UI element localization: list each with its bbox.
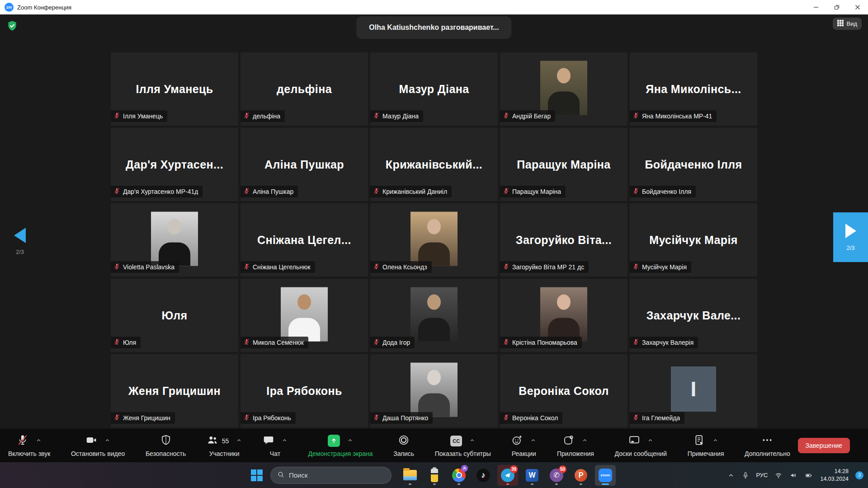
taskbar-search[interactable]: Поиск xyxy=(270,467,392,484)
participant-tile[interactable]: Violetta Paslavska xyxy=(111,203,238,277)
chevron-up-icon[interactable] xyxy=(104,437,110,445)
window-title: Zoom Конференция xyxy=(17,4,71,11)
running-indicator xyxy=(458,483,460,485)
participant-tile[interactable]: Женя ГрицишинЖеня Грицишин xyxy=(111,354,238,427)
view-button[interactable]: Вид xyxy=(833,18,862,30)
toolbar-item-notes[interactable]: Примечания xyxy=(688,434,724,457)
participant-tile[interactable]: Сніжана Цегел...Сніжана Цегельнюк xyxy=(241,203,368,277)
participant-tile[interactable]: Загоруйко Віта...Загоруйко Віта МР 21 дс xyxy=(500,203,627,277)
muted-mic-icon xyxy=(632,188,639,196)
toolbar-iconrow: CC xyxy=(450,434,475,448)
participant-tile[interactable]: Захарчук Вале...Захарчук Валерія xyxy=(630,279,757,352)
notification-count-badge[interactable]: 3 xyxy=(855,471,863,479)
toolbar-item-reactions[interactable]: Реакции xyxy=(511,434,536,457)
participant-video-photo xyxy=(281,287,328,342)
toolbar-item-chat[interactable]: Чат xyxy=(263,434,288,457)
chevron-up-icon[interactable] xyxy=(282,437,288,445)
participant-tile[interactable]: Паращук МарінаПаращук Маріна xyxy=(500,128,627,201)
taskbar-app-viber[interactable]: ✆50 xyxy=(546,465,567,486)
participant-tile[interactable]: Олена Ксьондз xyxy=(370,203,498,277)
taskbar-app-battery-widget[interactable] xyxy=(424,465,445,486)
chevron-up-icon[interactable] xyxy=(36,437,42,445)
participant-tile[interactable]: Крижанівський...Крижанівський Даниіл xyxy=(370,128,498,201)
tray-battery-icon[interactable] xyxy=(804,472,813,479)
end-meeting-button[interactable]: Завершение xyxy=(798,438,850,453)
chevron-up-icon[interactable] xyxy=(647,437,653,445)
participant-tile[interactable]: Аліна ПушкарАліна Пушкар xyxy=(241,128,368,201)
participant-tile[interactable]: Іра РябоконьІра Рябоконь xyxy=(241,354,368,427)
participant-tile[interactable]: Микола Семенюк xyxy=(241,279,368,352)
toolbar-item-camera[interactable]: Остановить видео xyxy=(71,434,125,457)
participant-name-label: Мусійчук Марія xyxy=(642,263,687,271)
toolbar-items: Включить звукОстановить видеоБезопасност… xyxy=(8,434,790,457)
security-shield-icon[interactable] xyxy=(6,20,18,33)
toolbar-item-shield[interactable]: Безопасность xyxy=(146,434,186,457)
participant-video-photo xyxy=(410,363,458,417)
next-page-button[interactable]: 2/3 xyxy=(833,212,868,262)
participant-name-chip: Даша Портянко xyxy=(370,412,433,424)
participant-name-chip: Іга Глемейда xyxy=(630,412,684,424)
toolbar-item-cc[interactable]: CCПоказать субтитры xyxy=(435,434,491,457)
minimize-button[interactable] xyxy=(806,0,826,14)
participant-tile[interactable]: дельфінадельфіна xyxy=(241,52,368,126)
participant-tile[interactable]: Даша Портянко xyxy=(370,354,498,427)
running-indicator xyxy=(580,483,582,485)
person-head-silhouette xyxy=(557,295,571,310)
close-button[interactable] xyxy=(847,0,868,14)
participant-tile[interactable]: Мусійчук МаріяМусійчук Марія xyxy=(630,203,757,277)
toolbar-item-share[interactable]: Демонстрация экрана xyxy=(308,434,373,457)
muted-mic-icon xyxy=(503,414,509,422)
participant-tile[interactable]: Крістіна Пономарьова xyxy=(500,279,627,352)
participant-tile[interactable]: Ілля УманецьІлля Уманець xyxy=(111,52,238,126)
participant-tile[interactable]: Андрій Бегар xyxy=(500,52,627,126)
chevron-up-icon[interactable] xyxy=(469,437,475,445)
muted-mic-icon xyxy=(373,112,380,121)
taskbar-app-word[interactable]: W xyxy=(522,465,542,486)
tray-chevron-up-icon[interactable] xyxy=(727,471,735,479)
taskbar-app-telegram[interactable]: 39 xyxy=(497,465,518,486)
participant-tile[interactable]: Яна Миколінсь...Яна Миколінська МР-41 xyxy=(630,52,757,126)
tray-wifi-icon[interactable] xyxy=(774,472,783,479)
toolbar-item-record[interactable]: Запись xyxy=(393,434,414,457)
chevron-up-icon[interactable] xyxy=(347,437,353,445)
taskbar-app-powerpoint[interactable]: P xyxy=(571,465,591,486)
taskbar-app-chrome[interactable]: A xyxy=(448,465,469,486)
toolbar-iconrow xyxy=(160,434,172,448)
participant-tile[interactable]: Дода Ігор xyxy=(370,279,498,352)
toolbar-item-more[interactable]: Дополнительно xyxy=(745,434,790,457)
running-indicator xyxy=(555,483,558,485)
running-indicator xyxy=(602,483,609,485)
toolbar-item-whiteboard[interactable]: Доски сообщений xyxy=(615,434,667,457)
tray-language[interactable]: РУС xyxy=(756,472,768,479)
toolbar-item-label: Показать субтитры xyxy=(435,450,491,457)
toolbar-item-mic-muted[interactable]: Включить звук xyxy=(8,434,50,457)
participant-tile[interactable]: Вероніка СоколВероніка Сокол xyxy=(500,354,627,427)
chevron-up-icon[interactable] xyxy=(236,437,242,445)
chevron-up-icon[interactable] xyxy=(582,437,588,445)
previous-page-button[interactable]: 2/3 xyxy=(7,228,33,255)
chevron-up-icon[interactable] xyxy=(712,437,718,445)
taskbar-app-explorer[interactable] xyxy=(400,465,420,486)
participant-tile[interactable]: Бойдаченко ІлляБойдаченко Ілля xyxy=(630,128,757,201)
participant-name-chip: Женя Грицишин xyxy=(111,412,175,424)
chevron-up-icon[interactable] xyxy=(530,437,536,445)
taskbar-app-tiktok[interactable]: ♪ xyxy=(473,465,494,486)
participant-name-label: Юля xyxy=(123,339,136,346)
participant-grid: Ілля УманецьІлля Уманецьдельфінадельфіна… xyxy=(111,52,757,427)
taskbar-app-zoom[interactable]: zoom xyxy=(595,465,616,486)
person-head-silhouette xyxy=(427,295,441,310)
participant-tile[interactable]: ЮляЮля xyxy=(111,279,238,352)
participant-tile[interactable]: Дар'я Хуртасен...Дар'я Хуртасенко МР-41д xyxy=(111,128,238,201)
maximize-button[interactable] xyxy=(826,0,847,14)
tray-microphone-icon[interactable] xyxy=(742,471,749,479)
start-button[interactable] xyxy=(248,466,266,484)
toolbar-item-label: Чат xyxy=(270,450,280,457)
toolbar-item-participants[interactable]: 55Участники xyxy=(207,434,242,457)
participant-tile[interactable]: Мазур ДіанаМазур Діана xyxy=(370,52,498,126)
search-placeholder: Поиск xyxy=(289,471,308,479)
tray-volume-icon[interactable] xyxy=(789,472,797,479)
toolbar-item-apps[interactable]: Приложения xyxy=(557,434,594,457)
muted-mic-icon xyxy=(113,112,120,121)
tray-clock[interactable]: 14:28 14.03.2024 xyxy=(820,468,849,483)
participant-tile[interactable]: ІІга Глемейда xyxy=(630,354,757,427)
